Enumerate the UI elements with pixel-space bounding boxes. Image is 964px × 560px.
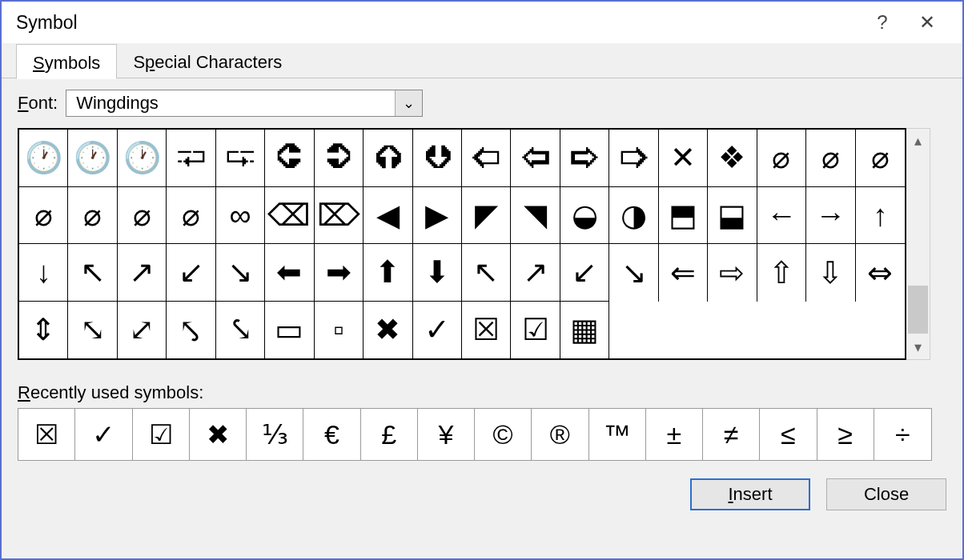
symbol-cell[interactable]: ⮉ — [364, 130, 412, 187]
symbol-cell[interactable]: ◀ — [364, 187, 412, 245]
insert-button[interactable]: Insert — [690, 478, 810, 510]
symbol-cell[interactable]: ⌫ — [265, 187, 314, 245]
symbol-cell[interactable]: 🢥 — [609, 130, 658, 187]
font-value: Wingdings — [66, 91, 395, 115]
symbol-cell[interactable]: ↙ — [167, 244, 215, 302]
symbol-cell[interactable]: ⮋ — [413, 130, 462, 187]
recent-symbol-cell[interactable]: ÷ — [874, 409, 931, 460]
recent-symbol-cell[interactable]: ☑ — [133, 409, 190, 460]
symbol-cell[interactable]: ▫ — [315, 302, 364, 359]
recent-symbol-cell[interactable]: ™ — [589, 409, 646, 460]
recent-symbol-cell[interactable]: ≥ — [817, 409, 874, 460]
symbol-cell[interactable]: ▭ — [265, 302, 314, 359]
symbol-cell[interactable]: ◒ — [560, 187, 609, 245]
symbol-cell[interactable]: ⮈ — [265, 130, 314, 187]
symbol-cell[interactable]: ⤣ — [167, 302, 215, 359]
symbol-cell[interactable]: ⇔ — [856, 244, 905, 302]
symbol-cell[interactable]: ⌀ — [167, 187, 215, 245]
symbol-cell[interactable]: ⇨ — [708, 244, 757, 302]
tab-symbols[interactable]: Symbols — [16, 44, 117, 79]
symbol-cell[interactable]: ❖ — [708, 130, 757, 187]
symbol-cell[interactable]: ⬒ — [659, 187, 708, 245]
symbol-cell[interactable]: ⬓ — [708, 187, 757, 245]
symbol-cell[interactable]: ⇧ — [757, 244, 806, 302]
symbol-cell[interactable]: ◥ — [511, 187, 560, 245]
scroll-thumb[interactable] — [908, 286, 928, 334]
symbol-cell[interactable]: 🢤 — [462, 130, 511, 187]
symbol-cell[interactable]: ⮊ — [315, 130, 364, 187]
symbol-cell[interactable]: ✕ — [659, 130, 708, 187]
recent-label: Recently used symbols: — [18, 382, 946, 403]
symbol-cell[interactable]: ↗ — [511, 244, 560, 302]
symbol-cell[interactable]: 🢧 — [560, 130, 609, 187]
symbol-cell[interactable]: ⬇ — [413, 244, 462, 302]
symbol-cell[interactable]: ⇐ — [659, 244, 708, 302]
symbol-cell[interactable]: ↖ — [462, 244, 511, 302]
recent-symbol-cell[interactable]: ⅓ — [247, 409, 303, 460]
symbol-grid-scrollbar[interactable]: ▴ ▾ — [906, 128, 930, 360]
help-icon: ? — [877, 11, 887, 34]
close-button[interactable]: Close — [826, 478, 946, 510]
symbol-cell[interactable]: ⌀ — [856, 130, 905, 187]
recent-symbol-cell[interactable]: ✖ — [190, 409, 247, 460]
symbol-cell[interactable]: ⇩ — [806, 244, 855, 302]
symbol-cell[interactable]: ✖ — [364, 302, 412, 359]
symbol-cell[interactable]: ⌀ — [68, 187, 117, 245]
tab-special-characters[interactable]: Special Characters — [117, 44, 298, 79]
symbol-cell[interactable]: ⤢ — [118, 302, 167, 359]
symbol-cell[interactable]: ⬆ — [364, 244, 412, 302]
symbol-cell[interactable]: ⌀ — [19, 187, 68, 245]
symbol-cell[interactable]: ↗ — [118, 244, 167, 302]
symbol-cell[interactable]: ✓ — [413, 302, 462, 359]
symbol-cell[interactable]: 🕐 — [118, 130, 167, 187]
symbol-cell[interactable]: ⇕ — [19, 302, 68, 359]
scroll-up-button[interactable]: ▴ — [906, 129, 930, 153]
symbol-cell[interactable]: → — [806, 187, 855, 245]
chevron-down-icon: ▾ — [914, 338, 922, 356]
close-window-button[interactable]: ✕ — [905, 2, 950, 43]
symbol-cell[interactable]: 🕐 — [68, 130, 117, 187]
symbol-cell[interactable]: ◑ — [609, 187, 658, 245]
symbol-cell[interactable]: ▦ — [560, 302, 609, 359]
symbol-cell[interactable]: ⤥ — [216, 302, 265, 359]
symbol-cell[interactable]: ↖ — [68, 244, 117, 302]
recent-symbol-cell[interactable]: ☒ — [18, 409, 75, 460]
font-dropdown-button[interactable]: ⌄ — [395, 90, 422, 116]
symbol-cell[interactable]: ↙ — [560, 244, 609, 302]
recent-symbol-cell[interactable]: £ — [361, 409, 418, 460]
recent-symbol-cell[interactable]: € — [303, 409, 360, 460]
symbol-cell[interactable]: ☒ — [462, 302, 511, 359]
symbol-cell[interactable]: ▶ — [413, 187, 462, 245]
symbol-cell[interactable]: ⮒ — [167, 130, 215, 187]
symbol-cell[interactable]: ⬅ — [265, 244, 314, 302]
symbol-cell[interactable]: ◤ — [462, 187, 511, 245]
recent-symbol-cell[interactable]: ¥ — [418, 409, 475, 460]
symbol-cell[interactable]: ⌀ — [757, 130, 806, 187]
symbol-cell[interactable]: ⌀ — [806, 130, 855, 187]
symbol-cell[interactable]: ⌦ — [315, 187, 364, 245]
symbol-cell[interactable]: ⌀ — [118, 187, 167, 245]
title-bar: Symbol ? ✕ — [2, 2, 962, 43]
recent-symbol-cell[interactable]: ≠ — [703, 409, 760, 460]
symbol-cell[interactable]: ➡ — [315, 244, 364, 302]
symbol-cell[interactable]: ⮓ — [216, 130, 265, 187]
recent-symbol-cell[interactable]: ≤ — [760, 409, 817, 460]
scroll-down-button[interactable]: ▾ — [906, 335, 930, 359]
symbol-cell[interactable]: ↓ — [19, 244, 68, 302]
symbol-cell[interactable]: ⤡ — [68, 302, 117, 359]
font-dropdown[interactable]: Wingdings ⌄ — [66, 90, 423, 117]
symbol-cell[interactable]: ← — [757, 187, 806, 245]
symbol-cell[interactable]: ↘ — [609, 244, 658, 302]
symbol-cell[interactable]: ∞ — [216, 187, 265, 245]
recent-symbol-cell[interactable]: ± — [646, 409, 703, 460]
symbol-cell[interactable]: 🢦 — [511, 130, 560, 187]
recent-symbol-cell[interactable]: © — [475, 409, 532, 460]
help-button[interactable]: ? — [860, 2, 905, 43]
recent-symbol-cell[interactable]: ✓ — [75, 409, 132, 460]
symbol-cell[interactable]: ↑ — [856, 187, 905, 245]
symbol-cell[interactable]: ☑ — [511, 302, 560, 359]
recent-symbol-cell[interactable]: ® — [532, 409, 588, 460]
scroll-track[interactable] — [906, 153, 930, 335]
symbol-cell[interactable]: 🕐 — [19, 130, 68, 187]
symbol-cell[interactable]: ↘ — [216, 244, 265, 302]
